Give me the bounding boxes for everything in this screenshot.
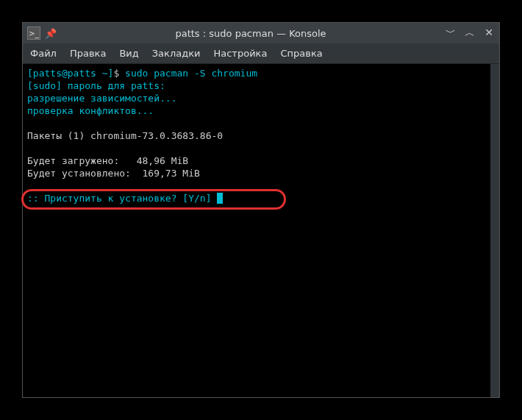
menu-file[interactable]: Файл: [30, 48, 57, 59]
command-text: sudo pacman -S chromium: [125, 68, 257, 79]
prompt-dollar: $: [113, 68, 125, 79]
terminal-icon-glyph: >_: [29, 29, 38, 38]
minimize-button[interactable]: ﹀: [445, 26, 457, 40]
install-size-line: Будет установлено: 169,73 MiB: [27, 167, 486, 179]
pin-icon[interactable]: 📌: [45, 28, 57, 39]
blank-line-3: [27, 179, 486, 192]
terminal-area[interactable]: [patts@patts ~]$ sudo pacman -S chromium…: [23, 64, 499, 397]
menu-view[interactable]: Вид: [119, 48, 138, 59]
blank-line-1: [27, 117, 486, 129]
close-button[interactable]: ✕: [483, 26, 495, 40]
menu-help[interactable]: Справка: [280, 48, 322, 59]
confirm-line: :: Приступить к установке? [Y/n]: [27, 192, 486, 204]
prompt-user: patts@patts: [33, 68, 96, 79]
menu-settings[interactable]: Настройка: [213, 48, 267, 59]
download-size-line: Будет загружено: 48,96 MiB: [27, 154, 486, 167]
prompt-line: [patts@patts ~]$ sudo pacman -S chromium: [27, 67, 486, 79]
prompt-path: ~: [96, 68, 108, 79]
window-controls: ﹀ ︿ ✕: [445, 26, 495, 40]
cursor: [217, 193, 223, 204]
konsole-window: >_ 📌 patts : sudo pacman — Konsole ﹀ ︿ ✕…: [22, 22, 500, 398]
terminal-icon: >_: [27, 26, 40, 40]
prompt-open: [: [27, 68, 33, 79]
menu-bookmarks[interactable]: Закладки: [152, 48, 201, 59]
sudo-password-line: [sudo] пароль для patts:: [27, 79, 486, 92]
confirm-prompt-text: :: Приступить к установке? [Y/n]: [27, 193, 217, 204]
titlebar: >_ 📌 patts : sudo pacman — Konsole ﹀ ︿ ✕: [23, 23, 499, 43]
blank-line-2: [27, 142, 486, 154]
check-conflicts-line: проверка конфликтов...: [27, 104, 486, 117]
maximize-button[interactable]: ︿: [464, 26, 476, 40]
menubar: Файл Правка Вид Закладки Настройка Справ…: [23, 43, 499, 64]
window-title: patts : sudo pacman — Konsole: [57, 28, 445, 39]
packages-line: Пакеты (1) chromium-73.0.3683.86-0: [27, 129, 486, 142]
titlebar-left: >_ 📌: [27, 26, 57, 40]
menu-edit[interactable]: Правка: [70, 48, 106, 59]
resolve-deps-line: разрешение зависимостей...: [27, 92, 486, 104]
